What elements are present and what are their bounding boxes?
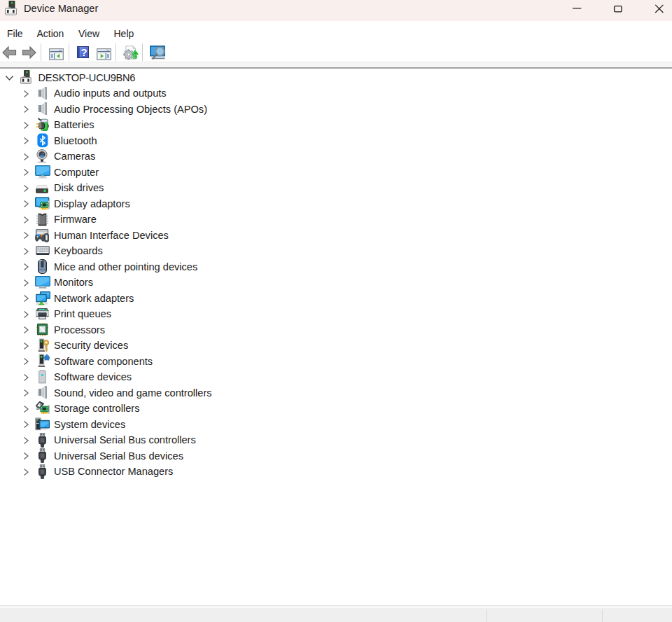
svg-text:?: ?	[80, 46, 87, 58]
